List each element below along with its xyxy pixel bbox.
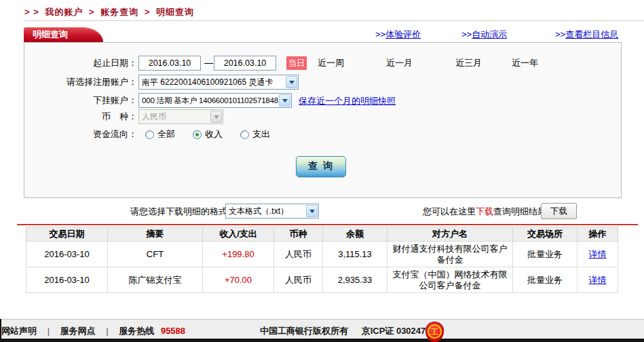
fund-flow-label: 资金流向： [24, 127, 137, 142]
icbc-badge-icon: 工 [425, 322, 444, 342]
link-label: 查看栏目信息 [565, 29, 618, 39]
range-last-quarter-button[interactable]: 近三月 [455, 56, 482, 70]
flow-option-label: 收入 [205, 128, 223, 140]
download-hint-prefix: 您可以在这里 [423, 206, 476, 216]
window-left-edge [0, 319, 1, 342]
sub-account-label: 下挂账户： [24, 93, 137, 108]
link-auto-demo[interactable]: >>自动演示 [461, 29, 507, 40]
col-header-amount: 收入/支出 [203, 227, 274, 242]
cell-counterparty: 财付通支付科技有限公司客户备付金 [387, 242, 513, 267]
fund-flow-radio-group: 全部 收入 支出 [145, 127, 270, 142]
detail-link[interactable]: 详情 [589, 249, 607, 259]
footer-hotline-label: 服务热线 [119, 326, 154, 336]
radio-icon[interactable] [145, 130, 154, 139]
footer-link-service-outlets[interactable]: 服务网点 [60, 326, 96, 336]
breadcrumb-item-detail-query[interactable]: 明细查询 [156, 7, 194, 17]
download-format-value: 文本格式（.txt） [229, 206, 288, 216]
cell-amount: +199.80 [203, 242, 274, 267]
download-hint-suffix: 查询明细结果 [493, 206, 546, 216]
col-header-counterparty: 对方户名 [387, 227, 513, 242]
flow-option-label: 全部 [157, 128, 175, 140]
breadcrumb-separator: > [89, 7, 95, 17]
chevron-down-icon [279, 94, 290, 107]
cell-balance: 2,935.33 [323, 267, 387, 293]
breadcrumb-item-my-account[interactable]: 我的账户 [45, 7, 83, 17]
col-header-date: 交易日期 [26, 227, 108, 242]
window-bottom-edge [0, 339, 644, 342]
flow-option-all[interactable]: 全部 [145, 128, 175, 140]
radio-icon[interactable] [240, 130, 249, 139]
range-last-month-button[interactable]: 近一月 [386, 56, 413, 70]
chevron-down-icon [286, 76, 297, 88]
cell-place: 批量业务 [513, 267, 577, 293]
icbc-detail-query-page: > > 我的账户 > 账务查询 > 明细查询 明细查询 >>体验评价 >>自动演… [0, 0, 644, 342]
col-header-place: 交易场所 [513, 227, 577, 242]
download-format-select[interactable]: 文本格式（.txt） [225, 204, 319, 218]
radio-icon[interactable] [193, 130, 202, 139]
col-header-currency: 币种 [274, 227, 323, 242]
table-row: 2016-03-10 CFT +199.80 人民币 3,115.13 财付通支… [26, 242, 618, 267]
currency-select-disabled: 人民币 [138, 109, 223, 124]
red-divider [17, 224, 638, 225]
footer-pipe: | [48, 326, 50, 336]
date-range-label: 起止日期： [24, 56, 137, 71]
chevron-down-icon [210, 111, 222, 123]
date-to-input[interactable] [214, 56, 276, 71]
breadcrumb-item-account-inquiry[interactable]: 账务查询 [100, 7, 138, 17]
col-header-balance: 余额 [323, 227, 387, 242]
date-range-dash: — [204, 56, 213, 71]
registered-account-select[interactable]: 南平 6222001406100921065 灵通卡 [138, 75, 299, 90]
link-view-column-info[interactable]: >>查看栏目信息 [555, 29, 618, 40]
table-header-row: 交易日期 摘要 收入/支出 币种 余额 对方户名 交易场所 操作 [26, 227, 618, 242]
cell-balance: 3,115.13 [323, 242, 387, 267]
cell-counterparty: 支付宝（中国）网络技术有限公司客户备付金 [387, 267, 513, 293]
download-text-link[interactable]: 下载 [476, 206, 493, 216]
breadcrumb-separator: > [145, 7, 151, 17]
results-table: 交易日期 摘要 收入/支出 币种 余额 对方户名 交易场所 操作 2016-03… [26, 227, 618, 293]
cell-currency: 人民币 [274, 267, 323, 293]
range-last-week-button[interactable]: 近一周 [318, 56, 344, 70]
query-button[interactable]: 查 询 [296, 156, 346, 177]
footer-hotline-number: 95588 [161, 326, 185, 336]
link-experience-review[interactable]: >>体验评价 [375, 29, 421, 40]
table-row: 2016-03-10 陈广锦支付宝 +70.00 人民币 2,935.33 支付… [26, 267, 618, 293]
link-label: 自动演示 [472, 29, 507, 39]
currency-label: 币 种： [24, 109, 137, 124]
breadcrumb-divider [24, 20, 644, 21]
footer-copyright: 中国工商银行版权所有 京ICP证 030247号 [260, 325, 434, 337]
link-prefix: >> [555, 29, 565, 39]
save-snapshot-link[interactable]: 保存近一个月的明细快照 [299, 95, 396, 107]
footer-link-site-declaration[interactable]: 网站声明 [1, 326, 37, 336]
cell-currency: 人民币 [274, 242, 323, 267]
chevron-down-icon [306, 205, 318, 217]
sub-account-select[interactable]: 000 活期 基本户 1406600101102571848 [138, 93, 292, 108]
download-hint: 您可以在这里下载查询明细结果 [423, 206, 546, 218]
query-form-panel: 起止日期： — 当日 近一周 近一月 近三月 近一年 请选择注册账户： 南平 6… [24, 42, 622, 198]
download-format-label: 请您选择下载明细的格式 [130, 204, 227, 219]
registered-account-value: 南平 6222001406100921065 灵通卡 [142, 77, 273, 87]
range-today-button[interactable]: 当日 [286, 56, 307, 70]
tab-detail-query: 明细查询 [24, 27, 103, 42]
flow-option-income[interactable]: 收入 [193, 128, 223, 140]
link-prefix: >> [375, 29, 385, 39]
copyright-text: 中国工商银行版权所有 [260, 326, 348, 336]
icbc-badge-glyph: 工 [426, 323, 443, 341]
range-last-year-button[interactable]: 近一年 [512, 56, 538, 70]
flow-option-expense[interactable]: 支出 [240, 128, 270, 140]
col-header-summary: 摘要 [108, 227, 203, 242]
cell-date: 2016-03-10 [26, 242, 108, 267]
detail-link[interactable]: 详情 [589, 275, 607, 285]
breadcrumb: > > 我的账户 > 账务查询 > 明细查询 [24, 6, 197, 18]
link-prefix: >> [461, 29, 472, 39]
sub-account-value: 000 活期 基本户 1406600101102571848 [142, 96, 278, 104]
cell-date: 2016-03-10 [26, 267, 108, 293]
download-button[interactable]: 下载 [541, 203, 577, 219]
icp-number: 京ICP证 030247号 [362, 326, 435, 336]
registered-account-label: 请选择注册账户： [24, 75, 137, 90]
col-header-action: 操作 [577, 227, 618, 242]
currency-value: 人民币 [142, 112, 166, 121]
date-from-input[interactable] [138, 56, 201, 71]
cell-place: 批量业务 [513, 242, 577, 267]
cell-amount: +70.00 [203, 267, 274, 293]
footer-links: 网站声明 | 服务网点 | 服务热线 95588 [1, 325, 185, 337]
